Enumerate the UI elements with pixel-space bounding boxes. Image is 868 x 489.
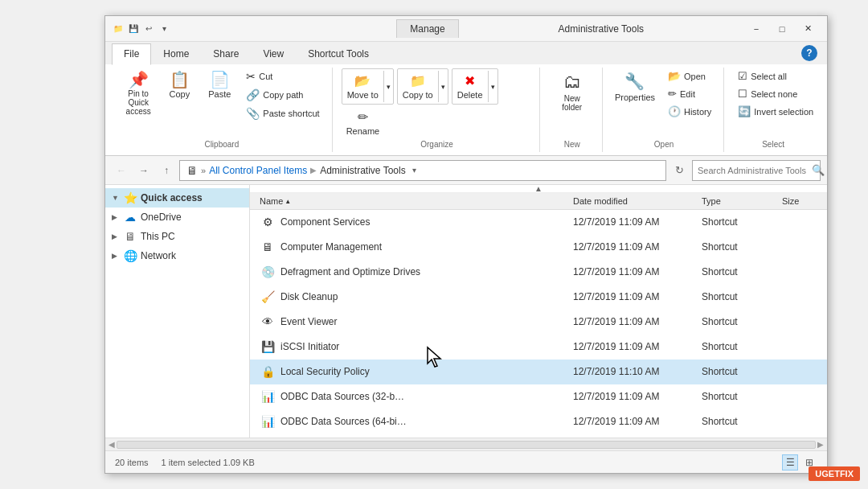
copy-to-main[interactable]: 📁 Copy to [398, 71, 438, 102]
maximize-button[interactable]: □ [769, 20, 795, 38]
back-button[interactable]: ← [112, 161, 131, 180]
open-group-content: 🔧 Properties 📂 Open ✏ Edit 🕐 History [611, 68, 717, 138]
clipboard-group: 📌 Pin to Quick access 📋 Copy 📄 Paste ✂ [112, 68, 333, 152]
file-date: 12/7/2019 11:09 AM [567, 339, 695, 355]
tab-shortcut-tools[interactable]: Shortcut Tools [296, 43, 381, 64]
file-type: Shortcut [695, 264, 776, 280]
tab-file[interactable]: File [112, 43, 151, 65]
copy-to-label: Copy to [403, 90, 433, 100]
minimize-button[interactable]: − [743, 20, 769, 38]
file-row[interactable]: 🔒 Local Security Policy 12/7/2019 11:10 … [250, 360, 827, 384]
delete-button[interactable]: ✖ Delete ▾ [452, 68, 498, 105]
hscroll-track[interactable] [117, 441, 816, 449]
col-header-date[interactable]: Date modified [567, 193, 695, 209]
breadcrumb-part2[interactable]: Administrative Tools [320, 165, 406, 176]
new-folder-button[interactable]: 🗂 Newfolder [548, 68, 595, 116]
dropdown-arrow-icon[interactable]: ▾ [158, 23, 170, 35]
delete-arrow-icon[interactable]: ▾ [488, 71, 497, 102]
up-button[interactable]: ↑ [157, 161, 176, 180]
col-header-type[interactable]: Type [695, 193, 776, 209]
clipboard-small-group: ✂ Cut 🔗 Copy path 📎 Paste shortcut [240, 68, 325, 122]
col-date-label: Date modified [573, 196, 628, 206]
tab-share[interactable]: Share [201, 43, 251, 64]
sidebar-item-network[interactable]: ▶ 🌐 Network [105, 246, 249, 265]
col-header-name[interactable]: Name ▲ [253, 193, 567, 209]
clipboard-group-content: 📌 Pin to Quick access 📋 Copy 📄 Paste ✂ [118, 68, 326, 138]
clipboard-group-label: Clipboard [118, 140, 326, 149]
file-name: Computer Management [280, 241, 382, 253]
copy-to-button[interactable]: 📁 Copy to ▾ [397, 68, 448, 105]
file-list[interactable]: ▲ Name ▲ Date modified Type Size [250, 185, 827, 438]
help-button[interactable]: ? [801, 45, 817, 61]
move-to-button[interactable]: 📂 Move to ▾ [342, 68, 394, 105]
file-row[interactable]: 💾 iSCSI Initiator 12/7/2019 11:09 AM Sho… [250, 335, 827, 360]
select-all-button[interactable]: ☑ Select all [732, 68, 819, 84]
horizontal-scrollbar[interactable]: ◀ ▶ [105, 438, 827, 450]
file-date: 12/7/2019 11:09 AM [567, 239, 695, 255]
delete-icon: ✖ [465, 73, 475, 88]
paste-button[interactable]: 📄 Paste [200, 68, 239, 103]
manage-tab[interactable]: Manage [396, 19, 458, 38]
col-name-label: Name [260, 196, 283, 206]
refresh-button[interactable]: ↻ [669, 161, 689, 180]
delete-main[interactable]: ✖ Delete [452, 71, 488, 102]
file-icon: 🖥 [260, 239, 276, 255]
forward-button[interactable]: → [134, 161, 154, 180]
tab-home[interactable]: Home [151, 43, 201, 64]
file-row[interactable]: ⚙ Component Services 12/7/2019 11:09 AM … [250, 210, 827, 235]
this-pc-label: This PC [141, 231, 175, 242]
file-name: iSCSI Initiator [280, 341, 339, 352]
file-row[interactable]: 💿 Defragment and Optimize Drives 12/7/20… [250, 260, 827, 285]
new-folder-icon: 🗂 [563, 72, 581, 92]
file-row[interactable]: 👁 Event Viewer 12/7/2019 11:09 AM Shortc… [250, 310, 827, 335]
breadcrumb-part1[interactable]: All Control Panel Items [209, 165, 307, 176]
move-to-main[interactable]: 📂 Move to [342, 71, 383, 102]
sidebar-item-this-pc[interactable]: ▶ 🖥 This PC [105, 227, 249, 246]
sidebar-item-onedrive[interactable]: ▶ ☁ OneDrive [105, 208, 249, 227]
file-name: Local Security Policy [280, 366, 370, 377]
move-to-arrow-icon[interactable]: ▾ [383, 71, 393, 102]
save-icon[interactable]: 💾 [127, 23, 140, 35]
search-input[interactable] [698, 166, 809, 175]
select-group-label: Select [732, 140, 814, 149]
search-icon[interactable]: 🔍 [812, 164, 825, 176]
pin-to-quick-access-button[interactable]: 📌 Pin to Quick access [118, 68, 158, 120]
file-row[interactable]: 📊 ODBC Data Sources (64-bi… 12/7/2019 11… [250, 409, 827, 434]
new-group-label: New [548, 140, 595, 149]
address-dropdown-icon[interactable]: ▾ [412, 166, 416, 175]
search-box[interactable]: 🔍 [692, 160, 821, 181]
undo-icon[interactable]: ↩ [142, 23, 155, 35]
file-type: Shortcut [695, 214, 776, 230]
select-none-button[interactable]: ☐ Select none [732, 85, 819, 102]
cut-button[interactable]: ✂ Cut [240, 68, 325, 85]
history-button[interactable]: 🕐 History [662, 103, 717, 120]
window-controls: − □ ✕ [743, 20, 821, 38]
file-row[interactable]: 🖥 Computer Management 12/7/2019 11:09 AM… [250, 235, 827, 260]
hscroll-left-arrow[interactable]: ◀ [107, 440, 117, 449]
properties-button[interactable]: 🔧 Properties [611, 68, 659, 106]
col-header-size[interactable]: Size [776, 193, 824, 209]
copy-path-button[interactable]: 🔗 Copy path [240, 86, 325, 104]
hscroll-right-arrow[interactable]: ▶ [816, 440, 825, 449]
sidebar-item-quick-access[interactable]: ▼ ⭐ Quick access [105, 188, 249, 208]
onedrive-label: OneDrive [141, 212, 182, 223]
file-date: 12/7/2019 11:09 AM [567, 289, 695, 305]
tab-view[interactable]: View [251, 43, 296, 64]
file-icon: 📊 [260, 413, 276, 429]
copy-button[interactable]: 📋 Copy [160, 68, 199, 103]
file-row[interactable]: 📈 Performance Monitor 12/7/2019 11:09 AM… [250, 434, 827, 438]
file-row[interactable]: 📊 ODBC Data Sources (32-b… 12/7/2019 11:… [250, 384, 827, 409]
address-path[interactable]: 🖥 » All Control Panel Items ▶ Administra… [179, 160, 666, 181]
details-view-button[interactable]: ☰ [782, 454, 798, 471]
close-button[interactable]: ✕ [795, 20, 821, 38]
open-button[interactable]: 📂 Open [662, 68, 717, 84]
edit-button[interactable]: ✏ Edit [662, 85, 717, 102]
invert-selection-button[interactable]: 🔄 Invert selection [732, 103, 819, 120]
rename-button[interactable]: ✏ Rename [341, 107, 386, 138]
copy-to-arrow-icon[interactable]: ▾ [438, 71, 448, 102]
file-row[interactable]: 🧹 Disk Cleanup 12/7/2019 11:09 AM Shortc… [250, 285, 827, 310]
pin-icon: 📌 [129, 72, 149, 88]
file-size [776, 369, 824, 374]
paste-shortcut-icon: 📎 [246, 107, 260, 120]
paste-shortcut-button[interactable]: 📎 Paste shortcut [240, 105, 325, 122]
